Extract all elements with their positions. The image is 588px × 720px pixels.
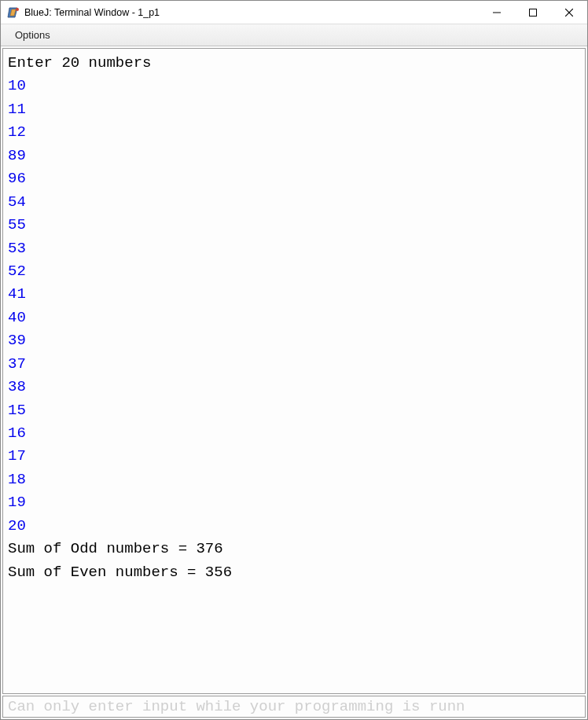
terminal-result-even: Sum of Even numbers = 356 — [8, 561, 580, 584]
terminal-input-line: 17 — [8, 445, 580, 468]
statusbar: Can only enter input while your programm… — [2, 696, 586, 718]
terminal-input-line: 20 — [8, 515, 580, 538]
terminal-input-line: 89 — [8, 145, 580, 167]
terminal-input-line: 15 — [8, 399, 580, 422]
window-title: BlueJ: Terminal Window - 1_p1 — [24, 7, 479, 18]
terminal-input-line: 52 — [8, 260, 580, 283]
terminal-input-line: 37 — [8, 353, 580, 376]
titlebar: BlueJ: Terminal Window - 1_p1 — [1, 1, 587, 24]
menu-options[interactable]: Options — [7, 27, 58, 43]
window-controls — [479, 1, 587, 24]
terminal-input-line: 10 — [8, 75, 580, 97]
terminal-input-line: 38 — [8, 376, 580, 399]
menubar: Options — [1, 24, 587, 46]
svg-rect-2 — [530, 9, 537, 16]
bluej-icon — [7, 6, 20, 19]
terminal-input-line: 19 — [8, 491, 580, 514]
terminal-input-line: 11 — [8, 98, 580, 121]
terminal-input-line: 18 — [8, 468, 580, 491]
terminal-output[interactable]: Enter 20 numbers101112899654555352414039… — [2, 48, 586, 694]
terminal-input-line: 96 — [8, 167, 580, 190]
terminal-result-odd: Sum of Odd numbers = 376 — [8, 538, 580, 560]
maximize-button[interactable] — [515, 1, 551, 24]
terminal-input-line: 54 — [8, 191, 580, 214]
terminal-input-line: 40 — [8, 307, 580, 329]
close-button[interactable] — [551, 1, 587, 24]
svg-point-0 — [16, 8, 19, 11]
terminal-input-line: 39 — [8, 329, 580, 352]
terminal-input-line: 53 — [8, 237, 580, 260]
minimize-button[interactable] — [479, 1, 515, 24]
terminal-input-line: 41 — [8, 283, 580, 306]
terminal-input-line: 12 — [8, 121, 580, 144]
terminal-input-line: 55 — [8, 214, 580, 237]
statusbar-message: Can only enter input while your programm… — [8, 698, 465, 715]
terminal-input-line: 16 — [8, 422, 580, 445]
terminal-prompt: Enter 20 numbers — [8, 52, 580, 75]
